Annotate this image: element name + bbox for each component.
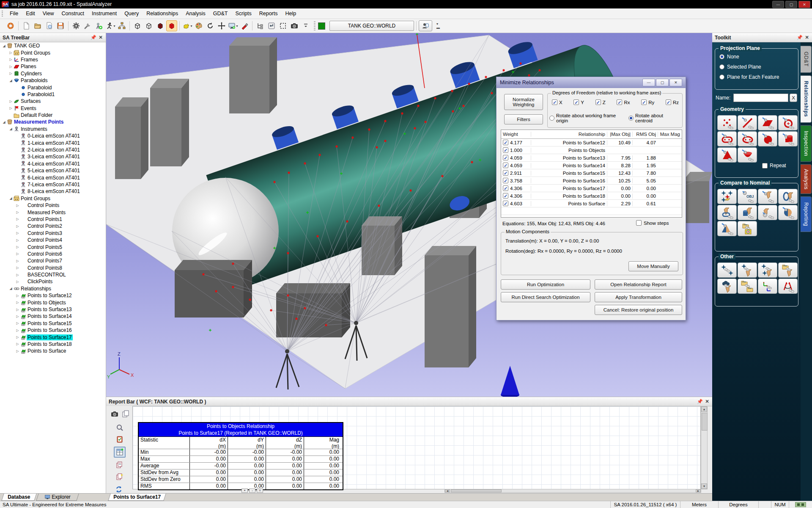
tree-expand-arrow[interactable]: ▷ [15,217,20,221]
tree-expand-arrow[interactable]: ◢ [8,287,13,290]
report-zoom-out-button[interactable]: - [249,489,255,493]
tree-expand-arrow[interactable]: ▷ [15,245,20,249]
tree-expand-arrow[interactable]: ▷ [15,231,20,235]
tree-item-paraboloids[interactable]: ◢Paraboloids [0,77,106,84]
gear-toolbar-button[interactable] [71,20,82,31]
tree-item-points-to-surface15[interactable]: ▷Points to Surface15 [0,320,106,327]
points-to-surface-rel-button[interactable] [758,262,777,278]
toolkit-tab-analysis[interactable]: Analysis [801,164,812,194]
open-relationship-report-button[interactable]: Open Relationship Report [595,279,682,290]
report-copy-button[interactable] [121,409,131,419]
cloud-to-surface-rel-button[interactable] [717,279,737,294]
tree-item-5-leica-emscon-at401[interactable]: 5-Leica emScon AT401 [0,167,106,174]
name-clear-button[interactable]: X [790,94,797,102]
points-to-objects-button[interactable]: OBJ [738,189,757,204]
menu-file[interactable]: File [6,9,22,18]
rotate-origin-radio[interactable] [549,116,554,121]
cone-to-nominal-button[interactable] [717,221,737,236]
cubered-toolbar-button[interactable] [166,20,177,31]
weight-table-row[interactable]: ✓1.000Points to Objects [501,146,682,154]
projection-none-radio-row[interactable]: None [719,54,739,60]
tree-item-cylinders[interactable]: ▷Cylinders [0,70,106,77]
compare-points-to-points-button[interactable] [717,189,737,204]
cubewire-toolbar-button[interactable] [132,20,143,31]
menu-edit[interactable]: Edit [22,9,39,18]
tree-expand-arrow[interactable]: ◢ [2,120,6,124]
point-to-surface-rel-button[interactable] [738,262,757,278]
relationship-weight-table[interactable]: WeightRelationship|Max Obj|RMS ObjMax Ma… [501,130,682,218]
relationship-enabled-checkbox[interactable]: ✓ [503,201,508,206]
dialog-minimize-button[interactable]: — [642,79,655,86]
tree-item-control-points6[interactable]: ▷Control Points6 [0,251,106,257]
tree-expand-arrow[interactable]: ▷ [15,321,20,325]
run-direct-search-button[interactable]: Run Direct Search Optimization [501,292,590,302]
tree-expand-arrow[interactable]: ▷ [15,259,20,263]
report-bar-close-icon[interactable]: ✕ [705,399,710,404]
import-toolbar-button[interactable] [44,20,55,31]
weight-table-row[interactable]: ✓4.059Points to Surface148.281.95 [501,162,682,169]
display-toolbar-button[interactable]: ▾ [228,20,239,31]
rotate-centroid-radio-row[interactable]: Rotate about centroid [628,113,681,123]
weight-table-row[interactable]: ✓2.911Points to Surface1512.437.80 [501,169,682,177]
tree-item-points-to-surface17[interactable]: ▷Points to Surface17 [0,334,106,340]
maximize-window-button[interactable]: ▢ [785,1,797,8]
sphere-to-nominal-button[interactable] [778,205,798,220]
tree-expand-arrow[interactable]: ◢ [2,44,6,48]
select-toolbar-button[interactable] [277,20,288,31]
report-copy-report-new-button[interactable] [115,472,125,481]
show-steps-checkbox[interactable] [636,220,642,226]
tree-expand-arrow[interactable]: ◢ [8,79,13,83]
tree-item-control-points2[interactable]: ▷Control Points2 [0,223,106,229]
relationship-enabled-checkbox[interactable]: ✓ [503,155,508,160]
tree-item-paraboloid1[interactable]: Paraboloid1 [0,91,106,98]
dof-x-row[interactable]: ✓X [552,99,562,105]
dof-rz-row[interactable]: ✓Rz [666,99,679,105]
tree-item-points-to-surface12[interactable]: ▷Points to Surface12 [0,292,106,299]
tree-item-control-points5[interactable]: ▷Control Points5 [0,243,106,250]
tree-item-control-points8[interactable]: ▷Control Points8 [0,265,106,271]
tree-expand-arrow[interactable]: ◢ [8,127,13,131]
slot-to-nominal-button[interactable] [717,205,737,220]
repeat-checkbox[interactable] [762,163,768,168]
dialog-title-bar[interactable]: Minimize Relationships — ▢ ✕ [497,77,686,88]
fit-slot-button[interactable] [717,131,737,146]
menu-view[interactable]: View [39,9,58,18]
tree-expand-arrow[interactable]: ▷ [15,266,20,270]
tree-item-points-to-surface18[interactable]: ▷Points to Surface18 [0,341,106,348]
report-horizontal-scrollbar[interactable]: ◄ ► [444,489,701,493]
projection-radio[interactable] [719,75,724,80]
tree-item-control-points4[interactable]: ▷Control Points4 [0,237,106,243]
user-profile-button[interactable] [419,20,432,31]
relationship-enabled-checkbox[interactable]: ✓ [503,170,508,176]
dialog-maximize-button[interactable]: ▢ [656,79,669,86]
relationship-enabled-checkbox[interactable]: ✓ [503,147,508,153]
fit-line-button[interactable] [738,115,757,130]
vector-angle-rel-button[interactable] [778,279,798,294]
report-refresh-button[interactable] [114,485,124,494]
chev-toolbar-button[interactable] [300,20,311,31]
tree-expand-arrow[interactable]: ▷ [15,315,20,318]
dof-rx-row[interactable]: ✓Rx [617,99,630,105]
relationship-enabled-checkbox[interactable]: ✓ [503,140,508,145]
tree-expand-arrow[interactable]: ▷ [15,335,20,339]
cylinder-to-nominal-button[interactable] [738,205,757,220]
tree-item-point-groups[interactable]: ◢Point Groups [0,195,106,202]
palette-toolbar-button[interactable] [193,20,204,31]
close-window-button[interactable]: ✕ [798,1,810,8]
tree-item-7-leica-emscon-at401[interactable]: 7-Leica emScon AT401 [0,181,106,188]
menu-query[interactable]: Query [121,9,143,18]
dof-x-checkbox[interactable]: ✓ [552,99,557,105]
tree-item-frames[interactable]: ▷Frames [0,56,106,63]
tree-expand-arrow[interactable]: ▷ [8,65,13,69]
tree-expand-arrow[interactable]: ▷ [8,99,13,103]
projection-radio[interactable] [719,54,724,59]
dof-ry-checkbox[interactable]: ✓ [641,99,647,105]
save-toolbar-button[interactable] [55,20,66,31]
fit-points-button[interactable] [717,115,737,130]
menu-instrument[interactable]: Instrument [88,9,121,18]
report-canvas[interactable]: Points to Objects Relationship Points to… [132,406,701,489]
weight-table-column-header[interactable]: |Max Obj| [607,132,632,137]
dof-z-checkbox[interactable]: ✓ [595,99,601,105]
tree-item-1-leica-emscon-at401[interactable]: 1-Leica emScon AT401 [0,139,106,146]
weight-table-column-header[interactable]: Relationship [531,132,607,137]
